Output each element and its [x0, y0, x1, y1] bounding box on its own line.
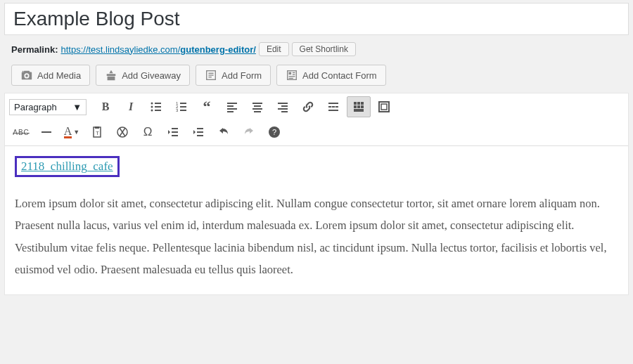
- svg-rect-28: [254, 105, 261, 107]
- link-button[interactable]: [296, 96, 320, 117]
- svg-rect-49: [381, 104, 387, 110]
- title-container: [4, 3, 629, 35]
- svg-rect-35: [328, 103, 338, 104]
- permalink-label: Permalink:: [11, 44, 58, 55]
- add-form-label: Add Form: [222, 70, 262, 81]
- bold-button[interactable]: B: [94, 96, 117, 117]
- svg-rect-60: [197, 135, 203, 136]
- svg-text:T: T: [96, 130, 99, 136]
- svg-point-13: [151, 106, 153, 108]
- form-icon: [205, 69, 217, 82]
- paste-text-button[interactable]: T: [85, 122, 109, 143]
- permalink-row: Permalink: https://test.lindsayliedke.co…: [11, 42, 629, 56]
- numbered-list-button[interactable]: 123: [170, 96, 193, 117]
- distraction-free-button[interactable]: [372, 96, 396, 117]
- svg-rect-58: [197, 128, 203, 129]
- svg-rect-34: [281, 111, 288, 112]
- permalink-link[interactable]: https://test.lindsayliedke.com/gutenberg…: [60, 44, 255, 55]
- svg-text:3: 3: [176, 108, 179, 112]
- svg-rect-39: [335, 106, 338, 108]
- svg-rect-22: [180, 110, 186, 111]
- svg-rect-33: [278, 108, 288, 110]
- strikethrough-button[interactable]: ABC: [9, 122, 33, 143]
- svg-point-15: [151, 110, 153, 112]
- svg-rect-32: [281, 105, 288, 107]
- svg-rect-47: [354, 109, 364, 112]
- align-right-button[interactable]: [271, 96, 295, 117]
- add-media-label: Add Media: [37, 70, 81, 81]
- align-center-button[interactable]: [245, 96, 269, 117]
- svg-rect-42: [357, 102, 360, 105]
- editor-toolbar: Paragraph ▼ B I 123 “ ABC A▼ T Ω ?: [5, 93, 628, 146]
- chevron-down-icon: ▼: [72, 102, 82, 112]
- editor-container: Paragraph ▼ B I 123 “ ABC A▼ T Ω ?: [4, 93, 629, 295]
- svg-rect-43: [361, 102, 364, 105]
- svg-rect-40: [328, 110, 338, 111]
- svg-rect-38: [332, 106, 335, 108]
- permalink-slug: gutenberg-editor/: [180, 44, 256, 55]
- clear-formatting-button[interactable]: [110, 122, 134, 143]
- add-contact-form-button[interactable]: Add Contact Form: [276, 65, 386, 86]
- post-title-input[interactable]: [13, 8, 620, 30]
- svg-rect-52: [95, 126, 99, 129]
- svg-rect-45: [357, 105, 360, 108]
- svg-rect-48: [379, 102, 389, 112]
- edit-permalink-button[interactable]: Edit: [259, 42, 289, 56]
- svg-rect-56: [172, 131, 178, 133]
- editor-content-area[interactable]: 2118_chilling_cafe Lorem ipsum dolor sit…: [5, 146, 628, 294]
- svg-rect-31: [278, 103, 288, 104]
- text-color-button[interactable]: A▼: [60, 122, 84, 143]
- svg-rect-59: [197, 131, 203, 133]
- bullet-list-button[interactable]: [144, 96, 168, 117]
- svg-rect-46: [361, 105, 364, 108]
- svg-rect-16: [155, 110, 161, 111]
- svg-rect-30: [254, 111, 261, 112]
- svg-text:?: ?: [272, 128, 276, 136]
- blockquote-button[interactable]: “: [195, 96, 219, 117]
- svg-rect-41: [354, 102, 357, 105]
- svg-rect-18: [180, 103, 186, 104]
- help-button[interactable]: ?: [262, 122, 286, 143]
- camera-icon: [20, 69, 33, 82]
- permalink-base: https://test.lindsayliedke.com/: [60, 44, 180, 55]
- special-character-button[interactable]: Ω: [136, 122, 160, 143]
- svg-rect-20: [180, 106, 186, 108]
- contact-form-icon: [286, 69, 298, 82]
- svg-rect-25: [227, 108, 237, 110]
- format-dropdown[interactable]: Paragraph ▼: [9, 99, 87, 115]
- add-media-button[interactable]: Add Media: [11, 65, 90, 86]
- outdent-button[interactable]: [161, 122, 185, 143]
- shortcode-highlight-box: 2118_chilling_cafe: [15, 156, 120, 177]
- svg-rect-23: [227, 103, 237, 104]
- svg-rect-27: [252, 103, 262, 104]
- undo-button[interactable]: [212, 122, 236, 143]
- svg-rect-50: [41, 131, 51, 133]
- insert-more-button[interactable]: [321, 96, 345, 117]
- svg-point-0: [23, 71, 24, 72]
- svg-rect-12: [155, 103, 161, 104]
- svg-rect-57: [172, 135, 178, 136]
- horizontal-rule-button[interactable]: [34, 122, 58, 143]
- redo-button[interactable]: [237, 122, 261, 143]
- chevron-down-icon: ▼: [73, 129, 79, 136]
- svg-rect-6: [289, 72, 292, 75]
- add-contact-form-label: Add Contact Form: [302, 70, 377, 81]
- shortcode-link[interactable]: 2118_chilling_cafe: [21, 160, 113, 173]
- add-form-button[interactable]: Add Form: [196, 65, 271, 86]
- toolbar-toggle-button[interactable]: [347, 96, 371, 117]
- align-left-button[interactable]: [220, 96, 244, 117]
- italic-button[interactable]: I: [119, 96, 143, 117]
- indent-button[interactable]: [186, 122, 210, 143]
- svg-rect-37: [328, 106, 331, 108]
- get-shortlink-button[interactable]: Get Shortlink: [292, 42, 356, 56]
- svg-rect-26: [227, 111, 234, 112]
- svg-rect-44: [354, 105, 357, 108]
- add-giveaway-button[interactable]: Add Giveaway: [96, 65, 190, 86]
- svg-point-11: [151, 103, 153, 105]
- gift-icon: [105, 69, 117, 82]
- svg-rect-14: [155, 106, 161, 108]
- svg-rect-24: [227, 105, 234, 107]
- svg-rect-55: [172, 128, 178, 129]
- body-paragraph: Lorem ipsum dolor sit amet, consectetur …: [15, 193, 618, 280]
- format-dropdown-label: Paragraph: [14, 102, 57, 112]
